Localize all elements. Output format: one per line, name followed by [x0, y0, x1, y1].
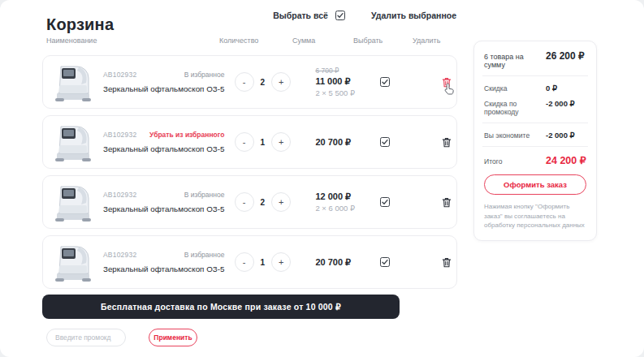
old-price: 6 700 ₽ [315, 67, 372, 75]
cart-item-row: AB102932 В избранное Зеркальный офтальмо… [42, 175, 457, 229]
cart-item-row: AB102932 В избранное Зеркальный офтальмо… [42, 235, 457, 289]
divider [482, 146, 588, 147]
cart-item-row: AB102932 Убрать из избранного Зеркальный… [42, 115, 457, 169]
product-article: AB102932 [103, 251, 136, 259]
product-image [51, 179, 95, 225]
delete-cell [430, 197, 463, 208]
trash-icon [442, 197, 452, 208]
price-block: 12 000 ₽ 2 × 6 000 ₽ [315, 191, 372, 213]
product-name: Зеркальный офтальмоскоп ОЗ-5 [103, 144, 224, 153]
product-article: AB102932 [103, 131, 136, 139]
favorite-toggle-link[interactable]: В избранное [184, 251, 225, 259]
increase-quantity-button[interactable]: + [271, 252, 291, 272]
delete-item-button[interactable] [442, 257, 452, 268]
product-article: AB102932 [103, 191, 136, 199]
discount-label: Скидка [484, 84, 546, 92]
product-info: AB102932 Убрать из избранного Зеркальный… [103, 131, 224, 153]
summary-savings-row: Вы экономите -2 000 ₽ [484, 131, 586, 140]
decrease-quantity-button[interactable]: - [235, 132, 254, 152]
apply-promo-button[interactable]: Применить [149, 329, 197, 346]
decrease-quantity-button[interactable]: - [235, 252, 254, 272]
quantity-stepper: - 1 + [231, 132, 294, 152]
product-name: Зеркальный офтальмоскоп ОЗ-5 [103, 84, 224, 93]
item-checkbox[interactable] [380, 137, 390, 147]
quantity-value: 1 [261, 138, 266, 147]
promo-discount-value: -2 000 ₽ [546, 99, 575, 108]
column-header-sum: Сумма [292, 37, 315, 45]
table-header-row: Наименование Количество Сумма Выбрать Уд… [42, 37, 457, 46]
product-image [51, 119, 95, 165]
price-block: 20 700 ₽ [315, 137, 372, 148]
savings-label: Вы экономите [484, 131, 546, 140]
product-info: AB102932 В избранное Зеркальный офтальмо… [103, 71, 224, 93]
summary-items-label: 6 товара на сумму [484, 53, 546, 69]
product-article: AB102932 [103, 71, 136, 79]
quantity-stepper: - 2 + [231, 72, 294, 92]
quantity-value: 2 [261, 198, 266, 207]
current-price: 11 000 ₽ [315, 76, 372, 87]
column-header-name: Наименование [46, 37, 97, 45]
current-price: 20 700 ₽ [315, 137, 372, 148]
price-block: 6 700 ₽ 11 000 ₽ 2 × 5 500 ₽ [315, 67, 372, 97]
cart-items-list: AB102932 В избранное Зеркальный офтальмо… [42, 55, 457, 295]
decrease-quantity-button[interactable]: - [235, 72, 254, 92]
favorite-toggle-link[interactable]: В избранное [184, 71, 225, 79]
trash-icon [442, 137, 452, 148]
header-controls: Выбрать всё Удалить выбранное [273, 11, 456, 20]
delete-item-button[interactable] [442, 137, 452, 148]
price-block: 20 700 ₽ [315, 257, 372, 268]
trash-icon [442, 257, 452, 268]
ophthalmoscope-device-image [51, 59, 95, 105]
promo-discount-label: Скидка по промокоду [484, 100, 546, 116]
quantity-value: 1 [261, 258, 266, 267]
favorite-toggle-link[interactable]: Убрать из избранного [149, 131, 224, 139]
checkout-button[interactable]: Оформить заказ [484, 174, 586, 195]
quantity-stepper: - 1 + [231, 252, 294, 272]
discount-value: 0 ₽ [546, 84, 557, 92]
favorite-toggle-link[interactable]: В избранное [184, 191, 225, 199]
column-header-select: Выбрать [353, 37, 383, 45]
check-icon [382, 199, 388, 205]
increase-quantity-button[interactable]: + [271, 72, 291, 92]
delete-selected-button[interactable]: Удалить выбранное [371, 11, 456, 20]
promo-code-input[interactable] [46, 329, 126, 346]
select-all-button[interactable]: Выбрать всё [273, 11, 328, 20]
product-name: Зеркальный офтальмоскоп ОЗ-5 [103, 204, 224, 213]
check-icon [382, 79, 388, 85]
column-header-delete: Удалить [413, 37, 440, 45]
increase-quantity-button[interactable]: + [271, 192, 291, 212]
column-header-quantity: Количество [219, 37, 258, 45]
total-label: Итого [484, 157, 546, 166]
item-checkbox[interactable] [380, 257, 390, 267]
increase-quantity-button[interactable]: + [271, 132, 291, 152]
item-checkbox[interactable] [380, 197, 390, 207]
select-all-checkbox[interactable] [335, 11, 345, 20]
divider [482, 75, 588, 76]
delete-cell [430, 137, 463, 148]
summary-items-total: 26 200 ₽ [546, 50, 585, 62]
product-image [51, 239, 95, 285]
delete-item-button[interactable] [442, 197, 452, 208]
product-info: AB102932 В избранное Зеркальный офтальмо… [103, 191, 224, 213]
summary-promo-row: Скидка по промокоду -2 000 ₽ [484, 99, 586, 116]
summary-total-row: Итого 24 200 ₽ [484, 154, 586, 166]
decrease-quantity-button[interactable]: - [235, 192, 254, 212]
delete-cell [430, 77, 463, 88]
cart-page: Корзина Выбрать всё Удалить выбранное На… [0, 0, 644, 357]
divider [482, 123, 588, 123]
current-price: 12 000 ₽ [315, 191, 372, 202]
product-name: Зеркальный офтальмоскоп ОЗ-5 [103, 265, 224, 273]
legal-text: Нажимая кнопку "Оформить заказ" вы согла… [484, 202, 586, 230]
savings-value: -2 000 ₽ [546, 131, 575, 140]
summary-discount-row: Скидка 0 ₽ [484, 84, 586, 92]
check-icon [337, 12, 344, 19]
cart-item-row: AB102932 В избранное Зеркальный офтальмо… [42, 55, 457, 109]
item-checkbox[interactable] [380, 77, 390, 87]
product-info: AB102932 В избранное Зеркальный офтальмо… [103, 251, 224, 273]
page-title: Корзина [46, 15, 114, 34]
hand-cursor-icon [444, 83, 455, 95]
free-delivery-banner: Бесплатная доставка по Москве при заказе… [42, 295, 400, 319]
quantity-value: 2 [261, 78, 266, 87]
check-icon [382, 139, 388, 145]
select-cell [372, 77, 398, 87]
